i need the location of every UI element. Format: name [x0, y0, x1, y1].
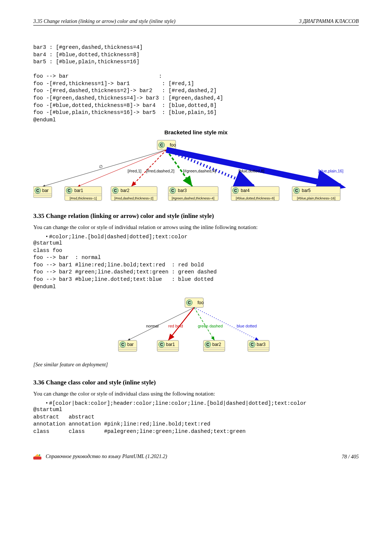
page-header: 3.35 Change relation (linking or arrow) … — [33, 18, 359, 26]
svg-text:C: C — [188, 300, 191, 305]
diagram-bracketed-mix: Bracketed line style mix C foo ∅ [#red,1… — [33, 129, 359, 201]
footer-page: 78 / 405 — [342, 454, 359, 460]
plantuml-logo-icon — [33, 454, 41, 460]
svg-line-5 — [78, 150, 166, 186]
section-335-intro: You can change the color or style of ind… — [33, 224, 359, 231]
diagram1-title: Bracketed line style mix — [33, 129, 359, 135]
svg-text:red bold: red bold — [168, 324, 183, 328]
svg-text:blue dotted: blue dotted — [237, 324, 257, 328]
svg-text:bar1: bar1 — [166, 342, 175, 347]
svg-text:foo: foo — [170, 142, 176, 148]
svg-line-6 — [131, 150, 166, 186]
svg-text:bar3: bar3 — [178, 188, 187, 193]
footer-left: Справочное руководство по языку PlantUML… — [33, 454, 167, 460]
section-336-intro: You can change the color or style of ind… — [33, 391, 359, 397]
svg-text:C: C — [160, 342, 163, 347]
svg-text:[blue,plain,16]: [blue,plain,16] — [318, 169, 344, 173]
svg-text:C: C — [68, 188, 71, 193]
svg-text:bar2: bar2 — [212, 342, 221, 347]
svg-text:[#red,thickness=1]: [#red,thickness=1] — [70, 196, 97, 200]
svg-text:[#green,dashed,4]: [#green,dashed,4] — [183, 169, 216, 173]
section-335-title: 3.35 Change relation (linking or arrow) … — [33, 212, 359, 220]
svg-rect-93 — [33, 457, 41, 460]
svg-text:[#blue,plain,thickness=16]: [#blue,plain,thickness=16] — [297, 196, 335, 200]
code-block-336: @startuml abstract abstract annotation a… — [33, 406, 359, 435]
svg-text:green dashed: green dashed — [198, 324, 223, 328]
diagram-inline-style: C foo normal red bold green dashed blue … — [33, 296, 359, 355]
svg-text:C: C — [295, 188, 298, 193]
section-336-title: 3.36 Change class color and style (inlin… — [33, 379, 359, 386]
section-336-bullet: #[color|back:color];header:color;line:co… — [46, 400, 359, 406]
svg-text:bar: bar — [42, 188, 48, 193]
svg-text:C: C — [234, 188, 237, 193]
svg-text:bar: bar — [127, 342, 134, 347]
svg-text:normal: normal — [146, 324, 159, 328]
code-block-335: @startuml class foo foo --> bar : normal… — [33, 240, 359, 290]
svg-line-61 — [128, 307, 194, 340]
section-335-bullet: #color;line.[bold|dashed|dotted];text:co… — [46, 233, 359, 240]
svg-point-94 — [39, 454, 40, 456]
svg-text:[#red,dashed,thickness=2]: [#red,dashed,thickness=2] — [114, 196, 153, 200]
svg-line-9 — [166, 150, 340, 186]
svg-text:[#red,dashed,2]: [#red,dashed,2] — [146, 169, 174, 173]
page-footer: Справочное руководство по языку PlantUML… — [33, 454, 359, 460]
svg-line-4 — [43, 150, 166, 186]
svg-text:C: C — [171, 188, 174, 193]
svg-text:bar1: bar1 — [74, 188, 83, 193]
svg-text:bar4: bar4 — [241, 188, 250, 193]
header-left: 3.35 Change relation (linking or arrow) … — [33, 18, 175, 24]
svg-text:[#red,1]: [#red,1] — [128, 169, 141, 173]
svg-text:C: C — [36, 188, 39, 193]
svg-text:C: C — [251, 342, 254, 347]
svg-text:bar3: bar3 — [257, 342, 266, 347]
svg-text:bar5: bar5 — [302, 188, 311, 193]
svg-text:C: C — [160, 143, 163, 147]
svg-text:C: C — [121, 342, 124, 347]
header-right: 3 ДИАГРАММА КЛАССОВ — [299, 18, 359, 24]
svg-text:foo: foo — [197, 300, 204, 305]
diagram1-svg: C foo ∅ [#red,1] [#red,dashed,2] [#green… — [33, 138, 362, 201]
svg-text:bar2: bar2 — [121, 188, 129, 193]
diagram2-svg: C foo normal red bold green dashed blue … — [107, 296, 285, 355]
svg-text:C: C — [206, 342, 209, 347]
svg-text:C: C — [114, 188, 117, 193]
svg-text:[#blue,dotted,thickness=8]: [#blue,dotted,thickness=8] — [236, 196, 275, 200]
svg-text:[#green,dashed,thickness=4]: [#green,dashed,thickness=4] — [172, 196, 214, 200]
svg-text:∅: ∅ — [99, 164, 103, 169]
svg-text:[blue,dotted,8]: [blue,dotted,8] — [239, 169, 264, 173]
note-link: [See similar feature on deployment] — [33, 362, 359, 368]
code-block-prev: bar3 : [#green,dashed,thickness=4] bar4 … — [33, 44, 359, 124]
